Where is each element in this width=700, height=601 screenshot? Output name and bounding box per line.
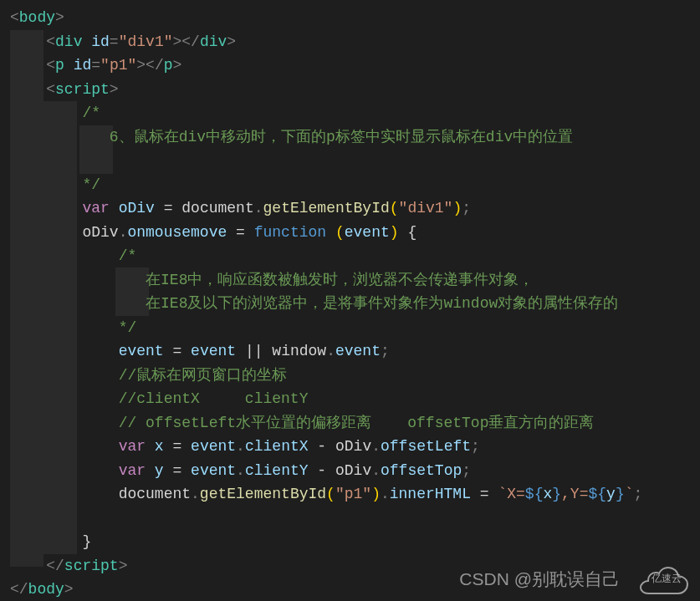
- code-line: /*: [0, 244, 700, 268]
- code-line: */: [0, 316, 700, 340]
- code-line: 在IE8中，响应函数被触发时，浏览器不会传递事件对象，: [0, 268, 700, 293]
- code-line: var x = event.clientX - oDiv.offsetLeft;: [0, 435, 700, 459]
- code-editor: <body> <div id="div1"></div> <p id="p1">…: [0, 0, 700, 601]
- code-line: /*: [0, 101, 700, 125]
- code-line: [0, 507, 700, 531]
- code-line: var oDiv = document.getElementById("div1…: [0, 196, 700, 221]
- watermark-text: CSDN @别耽误自己: [459, 568, 620, 592]
- code-line: var y = event.clientY - oDiv.offsetTop;: [0, 459, 700, 483]
- code-line: 6、鼠标在div中移动时，下面的p标签中实时显示鼠标在div中的位置: [0, 125, 700, 150]
- code-line: */: [0, 173, 700, 197]
- code-line: <script>: [0, 78, 700, 102]
- cloud-label: 亿速云: [651, 567, 682, 591]
- code-line: 在IE8及以下的浏览器中，是将事件对象作为window对象的属性保存的: [0, 292, 700, 316]
- code-line: <p id="p1"></p>: [0, 53, 700, 78]
- code-line: }: [0, 530, 700, 554]
- code-line: //clientX clientY: [0, 387, 700, 411]
- code-line: //鼠标在网页窗口的坐标: [0, 364, 700, 388]
- code-line: // offsetLeft水平位置的偏移距离 offsetTop垂直方向的距离: [0, 411, 700, 435]
- code-line: <div id="div1"></div>: [0, 30, 700, 54]
- code-line: oDiv.onmousemove = function (event) {: [0, 221, 700, 245]
- code-line: <body>: [0, 6, 700, 30]
- code-line: [0, 149, 700, 173]
- code-line: event = event || window.event;: [0, 339, 700, 364]
- code-line: document.getElementById("p1").innerHTML …: [0, 482, 700, 507]
